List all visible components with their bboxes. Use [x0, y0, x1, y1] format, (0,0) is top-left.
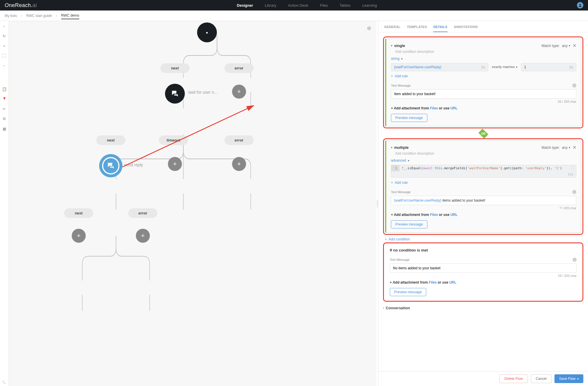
copy-icon[interactable]: ⧉ — [2, 116, 7, 121]
svg-point-3 — [369, 28, 370, 29]
expand-icon[interactable]: ⛶ — [571, 166, 574, 170]
preview-message-button[interactable]: Preview message — [390, 288, 426, 296]
rule-type-dropdown[interactable]: string ▾ — [391, 57, 576, 61]
condition-title[interactable]: multiple — [394, 145, 409, 150]
svg-point-0 — [580, 4, 581, 5]
tab-general[interactable]: GENERAL — [384, 25, 401, 32]
details-panel: GENERAL TEMPLATES DETAILS ANNOTATIONS ▾ … — [378, 21, 588, 386]
attachment-line: + Add attachment from Files or use URL — [390, 280, 577, 284]
locate-icon[interactable] — [366, 26, 372, 32]
attachment-line: + Add attachment from Files or use URL — [391, 106, 576, 110]
expand-right-icon[interactable]: › — [2, 23, 7, 29]
text-message-input[interactable] — [390, 263, 577, 273]
files-link[interactable]: Files — [430, 213, 438, 217]
plus-icon[interactable]: + — [2, 43, 7, 48]
pill-error-bot[interactable]: error — [128, 208, 157, 218]
clipboard-icon[interactable]: 📋 — [2, 86, 7, 92]
minus-icon[interactable]: − — [2, 63, 7, 68]
advanced-code-input[interactable]: 1!_.isEqual(await this.mergeFields['wait… — [391, 165, 576, 178]
annotation-arrow — [120, 103, 259, 173]
add-node-icon[interactable]: + — [72, 229, 86, 243]
merge-field-icon[interactable]: {x} — [569, 65, 573, 69]
delete-flow-button[interactable]: Delete Flow — [499, 374, 528, 383]
rule-lhs-field[interactable]: {waitForUserName.userReply}{x} — [391, 63, 488, 71]
paste-icon[interactable]: ▦ — [2, 126, 7, 131]
or-separator: OR — [478, 129, 488, 139]
tab-annotations[interactable]: ANNOTATIONS — [454, 25, 478, 32]
nav-files[interactable]: Files — [320, 3, 328, 8]
add-node-icon[interactable]: + — [136, 229, 150, 243]
nav-learning[interactable]: Learning — [362, 3, 377, 8]
fallback-card: If no condition is met Text Messagei 29 … — [383, 242, 583, 302]
add-node-icon[interactable]: + — [232, 85, 246, 99]
preview-message-button[interactable]: Preview message — [391, 114, 427, 122]
panel-tabs: GENERAL TEMPLATES DETAILS ANNOTATIONS — [378, 21, 588, 32]
close-icon[interactable]: ✕ — [573, 43, 576, 48]
nav-designer[interactable]: Designer — [237, 3, 253, 8]
svg-line-1 — [122, 106, 254, 167]
info-icon[interactable]: i — [573, 258, 577, 262]
url-link[interactable]: URL — [450, 213, 458, 217]
rule-rhs-field[interactable]: 1{x} — [521, 63, 576, 71]
char-counter: 29 / 320 char — [390, 274, 577, 277]
save-flow-button[interactable]: Save Flow▾ — [554, 374, 583, 383]
files-link[interactable]: Files — [430, 106, 438, 110]
match-type-dropdown[interactable]: any ▾ — [562, 44, 570, 48]
files-link[interactable]: Files — [429, 280, 437, 284]
tab-details[interactable]: DETAILS — [433, 25, 447, 32]
url-link[interactable]: URL — [449, 280, 457, 284]
refresh-icon[interactable]: ↻ — [2, 33, 7, 39]
pill-next-bot[interactable]: next — [64, 208, 93, 218]
add-rule-button[interactable]: +Add rule — [391, 74, 576, 78]
text-message-input[interactable]: {waitForUserName.userReply} items added … — [391, 196, 576, 205]
flow-canvas[interactable]: ● next error wait for user n... + next t… — [9, 21, 376, 386]
close-icon[interactable]: ✕ — [573, 145, 576, 150]
condition-card-multiple: ▾ multiple Match type: any ▾ ✕ Add condi… — [383, 138, 583, 235]
condition-title[interactable]: single — [394, 43, 405, 48]
crumb-my-bots[interactable]: My bots — [5, 14, 17, 18]
condition-description-input[interactable]: Add condition description — [395, 50, 576, 54]
add-condition-button[interactable]: +Add condition — [385, 237, 583, 241]
topbar: OneReach.ai Designer Library Action Desk… — [0, 0, 588, 11]
chevron-right-icon: › — [56, 14, 57, 18]
cancel-button[interactable]: Cancel — [531, 374, 552, 383]
match-type-dropdown[interactable]: any ▾ — [562, 146, 570, 150]
user-avatar-icon[interactable] — [577, 2, 583, 8]
tab-templates[interactable]: TEMPLATES — [407, 25, 427, 32]
wait-node[interactable] — [165, 84, 185, 104]
conversation-section[interactable]: ›Conversation — [383, 306, 583, 310]
panel-footer: Delete Flow Cancel Save Flow▾ — [378, 371, 588, 386]
scissors-icon[interactable]: ✂ — [2, 106, 7, 111]
rule-type-dropdown[interactable]: advanced ▾ — [391, 158, 576, 163]
nav-library[interactable]: Library — [265, 3, 276, 8]
condition-card-single: ▾ single Match type: any ▾ ✕ Add conditi… — [383, 36, 583, 128]
info-icon[interactable]: i — [572, 190, 576, 194]
crumb-start-guide[interactable]: RWC start guide — [26, 14, 52, 18]
info-icon[interactable]: i — [572, 83, 576, 88]
rule-operator-dropdown[interactable]: exactly matches ▾ — [490, 63, 519, 71]
pin-icon[interactable]: 📍 — [2, 96, 7, 102]
merge-field-icon[interactable]: {x} — [568, 172, 574, 176]
url-link[interactable]: URL — [450, 106, 458, 110]
text-message-label: Text Message — [390, 258, 410, 261]
send-reply-node[interactable] — [101, 156, 121, 176]
merge-field-icon[interactable]: {x} — [481, 65, 485, 69]
fullscreen-icon[interactable]: ⛶ — [2, 53, 7, 58]
char-counter: ? / 320 char — [391, 206, 576, 210]
preview-message-button[interactable]: Preview message — [391, 220, 427, 228]
wait-node-label: wait for user n... — [188, 90, 217, 95]
nav-action-desk[interactable]: Action Desk — [288, 3, 308, 8]
pill-next[interactable]: next — [160, 63, 189, 73]
brand-logo: OneReach.ai — [5, 2, 37, 8]
add-rule-button[interactable]: +Add rule — [391, 181, 576, 185]
pill-error[interactable]: error — [224, 63, 254, 73]
top-nav: Designer Library Action Desk Files Table… — [37, 3, 577, 8]
chevron-down-icon[interactable]: ▾ — [391, 146, 392, 149]
crumb-current[interactable]: RWC demo — [61, 13, 79, 19]
condition-description-input[interactable]: Add condition description — [395, 151, 576, 156]
terminal-icon[interactable]: ›_ — [2, 378, 7, 384]
chevron-down-icon[interactable]: ▾ — [391, 44, 392, 47]
nav-tables[interactable]: Tables — [340, 3, 351, 8]
start-node[interactable]: ● — [197, 22, 217, 42]
text-message-input[interactable] — [391, 89, 576, 99]
